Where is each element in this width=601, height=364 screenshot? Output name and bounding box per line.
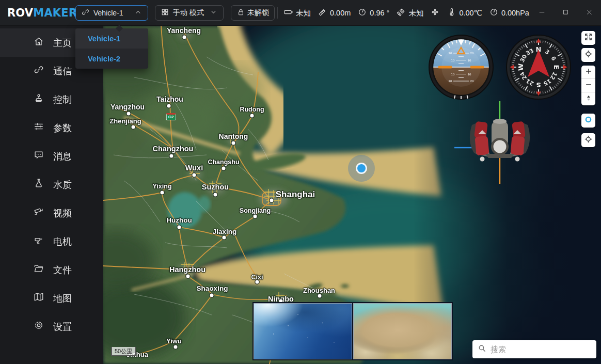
sidebar-item-label: 文件 [53, 264, 72, 276]
sidebar-item-settings[interactable]: 设置 [0, 312, 103, 341]
close-button[interactable] [581, 5, 597, 21]
zoom-control [581, 66, 595, 105]
logo-maker: MAKER [33, 7, 77, 19]
search-input[interactable] [491, 345, 591, 354]
gear-icon [33, 320, 44, 334]
map-canvas[interactable]: YanchengYangzhouTaizhouZhenjiangRudongNa… [103, 26, 601, 364]
lock-icon [236, 8, 245, 18]
blue-ring-icon [584, 115, 593, 126]
minimize-button[interactable] [534, 5, 549, 21]
mode-select[interactable]: 手动 模式 [155, 5, 224, 21]
compass: N36E1215S2124W3033 [506, 35, 571, 100]
map-scale: 50公里 [111, 347, 136, 356]
arm-lock-button[interactable]: 未解锁 [231, 5, 275, 21]
sidebar-item-label: 控制 [53, 93, 72, 106]
center-target-button[interactable] [581, 133, 595, 147]
telemetry-value: 0.00m [330, 9, 351, 17]
topbar: ROVMAKER Vehicle-1 手动 模式 未解锁 未知0.00m0.96… [0, 0, 601, 26]
svg-text:20: 20 [449, 80, 452, 83]
home-icon [33, 36, 44, 50]
topbar-divider [277, 7, 278, 19]
sidebar-item-label: 电机 [53, 235, 72, 248]
svg-text:10: 10 [451, 73, 455, 76]
vehicle-dropdown-menu: Vehicle-1Vehicle-2 [75, 28, 148, 69]
sidebar-item-label: 水质 [53, 179, 72, 191]
sidebar-item-map[interactable]: 地图 [0, 284, 103, 312]
vehicle-position-marker[interactable] [348, 155, 375, 182]
sidebar-item-label: 参数 [53, 122, 72, 134]
telemetry-thruster-fan [430, 7, 440, 19]
sidebar-item-files[interactable]: 文件 [0, 256, 103, 284]
battery-icon [283, 7, 293, 19]
tilt-icon [584, 94, 593, 104]
window-controls [534, 0, 597, 26]
fullscreen-icon [584, 33, 593, 43]
fullscreen-button[interactable] [581, 31, 595, 45]
minimize-icon [538, 8, 546, 18]
telemetry-value: 0.00hPa [501, 9, 529, 17]
sidebar-item-label: 视频 [53, 207, 72, 219]
video-feed-1[interactable] [254, 303, 352, 359]
sidebar-item-water-quality[interactable]: 水质 [0, 170, 103, 199]
vehicle-option-vehicle-2[interactable]: Vehicle-2 [75, 49, 148, 69]
telemetry-battery: 未知 [283, 7, 311, 19]
link-icon [81, 8, 90, 18]
telemetry-thermometer: 0.00℃ [447, 7, 482, 19]
chevron-down-icon [209, 8, 218, 18]
maximize-button[interactable] [558, 5, 573, 21]
telemetry-value: 0.96 ° [370, 9, 389, 17]
vehicle-select[interactable]: Vehicle-1 [75, 5, 148, 21]
attitude-indicator: 1010101020202020 [429, 35, 494, 100]
message-icon [33, 149, 44, 163]
heading-gauge-icon [357, 7, 367, 19]
mode-select-value: 手动 模式 [173, 8, 205, 18]
telemetry-bar: 未知0.00m0.96 °未知0.00℃0.00hPa [283, 0, 529, 26]
chevron-up-icon [134, 8, 143, 18]
sidebar-item-motor[interactable]: 电机 [0, 227, 103, 256]
sidebar-item-label: 消息 [53, 150, 72, 163]
video-strip [252, 302, 453, 360]
locate-button[interactable] [581, 48, 595, 62]
svg-text:W: W [517, 64, 525, 71]
svg-text:20: 20 [470, 80, 474, 83]
telemetry-value: 0.00℃ [459, 9, 482, 17]
telemetry-heading-gauge: 0.96 ° [357, 7, 389, 19]
vehicle-position-dot [356, 163, 367, 174]
zoom-out-button[interactable] [581, 78, 595, 92]
telemetry-value: 未知 [296, 8, 311, 18]
map-search [472, 340, 596, 358]
motor-icon [33, 234, 44, 248]
joystick-icon [33, 92, 44, 106]
grid-icon [161, 8, 169, 18]
camera-icon [33, 206, 44, 220]
tilt-button[interactable] [581, 92, 595, 105]
sidebar-item-label: 通信 [53, 65, 72, 77]
rovmaker-window: ROVMAKER Vehicle-1 手动 模式 未解锁 未知0.00m0.96… [0, 0, 601, 364]
plus-icon [584, 67, 593, 77]
highway-badge: G2 [166, 113, 176, 120]
zoom-in-button[interactable] [581, 66, 595, 78]
sidebar-item-control[interactable]: 控制 [0, 85, 103, 114]
sidebar-item-label: 设置 [53, 321, 72, 333]
telemetry-satellite: 未知 [396, 7, 423, 19]
telemetry-value: 未知 [408, 8, 423, 18]
sidebar-item-label: 地图 [53, 292, 72, 305]
sidebar-item-params[interactable]: 参数 [0, 114, 103, 142]
video-feed-2[interactable] [353, 303, 452, 359]
link-icon [33, 64, 44, 78]
sidebar-item-video[interactable]: 视频 [0, 199, 103, 227]
satellite-icon [396, 7, 406, 19]
close-icon [586, 8, 593, 18]
follow-vehicle-button[interactable] [581, 114, 595, 128]
vehicle-select-value: Vehicle-1 [93, 9, 130, 17]
target-icon [584, 135, 593, 146]
pressure-gauge-icon [489, 7, 499, 19]
maximize-icon [562, 8, 570, 18]
depth-ruler-icon [318, 7, 327, 19]
sidebar-item-messages[interactable]: 消息 [0, 142, 103, 170]
flask-icon [33, 178, 44, 192]
vehicle-option-vehicle-1[interactable]: Vehicle-1 [75, 28, 148, 49]
logo-rov: ROV [7, 7, 33, 19]
telemetry-pressure-gauge: 0.00hPa [489, 7, 529, 19]
telemetry-depth-ruler: 0.00m [318, 7, 351, 19]
